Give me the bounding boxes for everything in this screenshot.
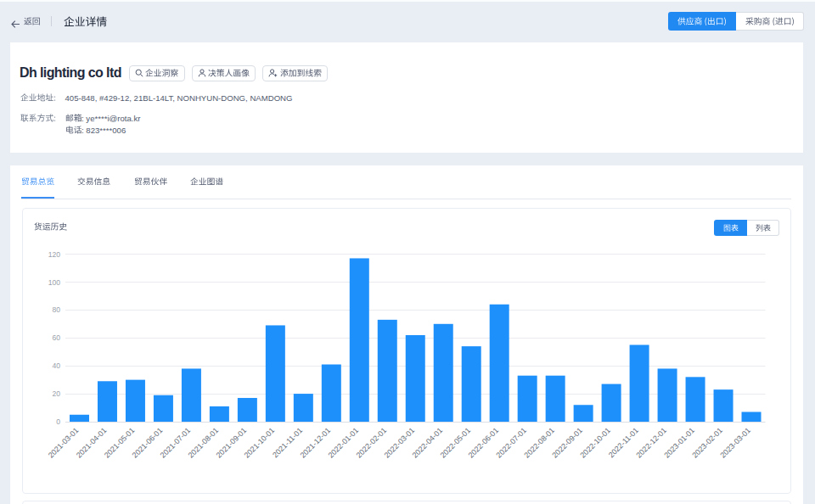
svg-text:100: 100 (48, 278, 61, 287)
svg-text:80: 80 (52, 305, 60, 314)
svg-text:120: 120 (48, 250, 61, 259)
svg-text:20: 20 (52, 389, 60, 398)
svg-text:60: 60 (52, 333, 60, 342)
svg-text:40: 40 (52, 361, 60, 370)
svg-text:2023-03-01: 2023-03-01 (718, 426, 752, 460)
svg-text:0: 0 (56, 417, 60, 426)
